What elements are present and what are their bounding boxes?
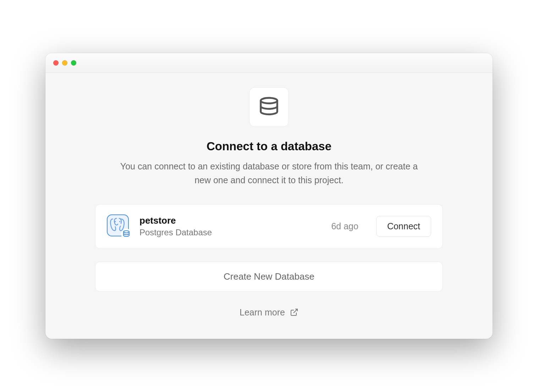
- svg-point-0: [261, 98, 278, 103]
- svg-point-1: [115, 221, 116, 222]
- database-badge-icon: [121, 229, 132, 239]
- hero-icon-container: [249, 87, 289, 127]
- database-name: petstore: [139, 215, 323, 226]
- page-heading: Connect to a database: [207, 140, 331, 153]
- learn-more-link[interactable]: Learn more: [240, 307, 298, 318]
- window-minimize-button[interactable]: [62, 60, 67, 66]
- app-window: Connect to a database You can connect to…: [45, 53, 493, 339]
- database-card: petstore Postgres Database 6d ago Connec…: [95, 204, 443, 249]
- traffic-lights: [53, 60, 76, 66]
- database-type: Postgres Database: [139, 228, 323, 237]
- titlebar: [45, 53, 493, 73]
- database-info: petstore Postgres Database: [139, 215, 323, 237]
- svg-point-2: [119, 221, 120, 222]
- page-subtitle: You can connect to an existing database …: [113, 159, 425, 187]
- svg-point-3: [123, 231, 129, 233]
- learn-more-label: Learn more: [240, 307, 285, 318]
- connect-button[interactable]: Connect: [376, 216, 431, 237]
- content-area: Connect to a database You can connect to…: [45, 73, 493, 339]
- database-item-icon: [107, 214, 131, 239]
- window-maximize-button[interactable]: [71, 60, 76, 66]
- svg-line-4: [293, 309, 297, 313]
- database-icon: [258, 96, 280, 118]
- database-timestamp: 6d ago: [331, 221, 358, 231]
- create-new-database-button[interactable]: Create New Database: [95, 262, 443, 292]
- external-link-icon: [290, 308, 298, 317]
- window-close-button[interactable]: [53, 60, 59, 66]
